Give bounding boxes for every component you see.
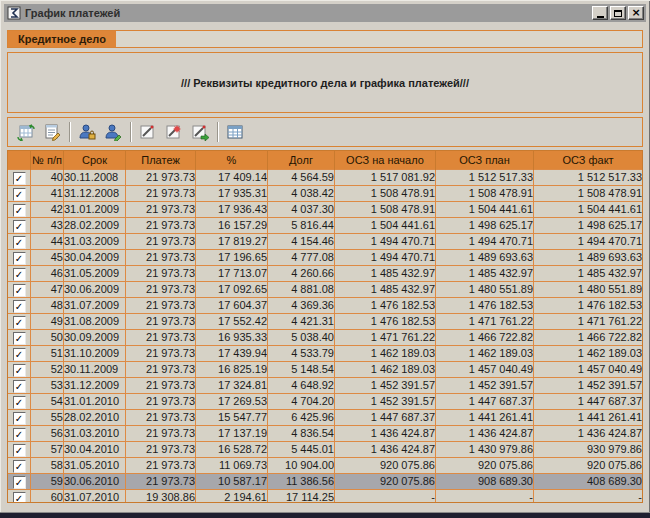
table-row[interactable]: ✓5730.04.201021 973.7316 528.725 445.011…	[8, 442, 642, 458]
cell-payment: 21 973.73	[126, 314, 196, 330]
table-row[interactable]: ✓4328.02.200921 973.7316 157.295 816.441…	[8, 218, 642, 234]
cell-date: 30.06.2010	[64, 474, 126, 490]
user-lock-button[interactable]	[74, 120, 100, 144]
row-checkbox[interactable]: ✓	[13, 492, 26, 503]
cell-osz_start: 1 471 761.22	[335, 330, 436, 346]
column-header-payment[interactable]: Платеж	[126, 151, 196, 170]
table-row[interactable]: ✓4631.05.200921 973.7317 713.074 260.661…	[8, 266, 642, 282]
document-edit-icon	[43, 123, 61, 141]
table-grid-button[interactable]	[222, 120, 248, 144]
cell-percent: 16 528.72	[196, 442, 268, 458]
cell-percent: 11 069.73	[196, 458, 268, 474]
table-row[interactable]: ✓5431.01.201021 973.7317 269.534 704.201…	[8, 394, 642, 410]
maximize-button[interactable]	[610, 6, 626, 20]
row-checkbox[interactable]: ✓	[13, 316, 26, 329]
cell-payment: 21 973.73	[126, 186, 196, 202]
row-checkbox[interactable]: ✓	[13, 284, 26, 297]
row-checkbox[interactable]: ✓	[13, 268, 26, 281]
cell-osz_plan: 1 512 517.33	[436, 170, 534, 186]
cell-debt: 4 260.66	[268, 266, 335, 282]
user-edit-icon	[104, 123, 122, 141]
table-row[interactable]: ✓4431.03.200921 973.7317 819.274 154.461…	[8, 234, 642, 250]
table-row[interactable]: ✓4730.06.200921 973.7317 092.654 881.081…	[8, 282, 642, 298]
wand-remove-icon	[165, 123, 183, 141]
cell-osz_start: 920 075.86	[335, 458, 436, 474]
table-row[interactable]: ✓4231.01.200921 973.7317 936.434 037.301…	[8, 202, 642, 218]
cell-date: 28.02.2009	[64, 218, 126, 234]
column-header-osz_fact[interactable]: ОСЗ факт	[534, 151, 643, 170]
table-refresh-button[interactable]	[13, 120, 39, 144]
cell-payment: 21 973.73	[126, 202, 196, 218]
cell-osz_start: 1 447 687.37	[335, 410, 436, 426]
row-checkbox[interactable]: ✓	[13, 172, 26, 185]
table-row[interactable]: ✓4831.07.200921 973.7317 604.374 369.361…	[8, 298, 642, 314]
row-checkbox[interactable]: ✓	[13, 236, 26, 249]
cell-payment: 21 973.73	[126, 426, 196, 442]
cell-osz_plan: 908 689.30	[436, 474, 534, 490]
cell-osz_fact: 1 476 182.53	[534, 298, 643, 314]
cell-payment: 21 973.73	[126, 282, 196, 298]
row-checkbox[interactable]: ✓	[13, 252, 26, 265]
row-checkbox[interactable]: ✓	[13, 188, 26, 201]
table-row[interactable]: ✓4931.08.200921 973.7317 552.424 421.311…	[8, 314, 642, 330]
row-checkbox[interactable]: ✓	[13, 444, 26, 457]
row-checkbox[interactable]: ✓	[13, 300, 26, 313]
cell-osz_start: 1 476 182.53	[335, 298, 436, 314]
close-button[interactable]: ×	[628, 6, 644, 20]
wand-remove-button[interactable]	[161, 120, 187, 144]
wand-button[interactable]	[135, 120, 161, 144]
table-row[interactable]: ✓5131.10.200921 973.7317 439.944 533.791…	[8, 346, 642, 362]
cell-payment: 21 973.73	[126, 378, 196, 394]
cell-osz_start: 1 517 081.92	[335, 170, 436, 186]
row-checkbox[interactable]: ✓	[13, 220, 26, 233]
wand-apply-button[interactable]	[187, 120, 213, 144]
cell-osz_plan: 1 457 040.49	[436, 362, 534, 378]
cell-debt: 11 386.56	[268, 474, 335, 490]
row-checkbox[interactable]: ✓	[13, 364, 26, 377]
table-row[interactable]: ✓5631.03.201021 973.7317 137.194 836.541…	[8, 426, 642, 442]
row-checkbox[interactable]: ✓	[13, 332, 26, 345]
cell-date: 31.07.2010	[64, 490, 126, 504]
column-header-debt[interactable]: Долг	[268, 151, 335, 170]
row-checkbox[interactable]: ✓	[13, 460, 26, 473]
row-checkbox[interactable]: ✓	[13, 348, 26, 361]
table-row[interactable]: ✓4530.04.200921 973.7317 196.654 777.081…	[8, 250, 642, 266]
column-header-osz_start[interactable]: ОСЗ на начало	[335, 151, 436, 170]
row-checkbox[interactable]: ✓	[13, 428, 26, 441]
column-header-percent[interactable]: %	[196, 151, 268, 170]
row-checkbox[interactable]: ✓	[13, 412, 26, 425]
cell-osz_plan: 1 489 693.63	[436, 250, 534, 266]
table-row[interactable]: ✓4030.11.200821 973.7317 409.144 564.591…	[8, 170, 642, 186]
table-row[interactable]: ✓5331.12.200921 973.7317 324.814 648.921…	[8, 378, 642, 394]
row-checkbox[interactable]: ✓	[13, 396, 26, 409]
column-header-osz_plan[interactable]: ОСЗ план	[436, 151, 534, 170]
minimize-button[interactable]	[592, 6, 608, 20]
table-row[interactable]: ✓4131.12.200821 973.7317 935.314 038.421…	[8, 186, 642, 202]
table-row[interactable]: ✓5930.06.201021 973.7310 587.1711 386.56…	[8, 474, 642, 490]
table-row[interactable]: ✓5030.09.200921 973.7316 935.335 038.401…	[8, 330, 642, 346]
row-checkbox[interactable]: ✓	[13, 204, 26, 217]
titlebar[interactable]: График платежей ×	[4, 4, 646, 22]
table-row[interactable]: ✓5528.02.201021 973.7315 547.776 425.961…	[8, 410, 642, 426]
document-edit-button[interactable]	[39, 120, 65, 144]
row-checkbox[interactable]: ✓	[13, 380, 26, 393]
cell-osz_start: 1 436 424.87	[335, 442, 436, 458]
cell-osz_plan: 1 471 761.22	[436, 314, 534, 330]
payments-table: № п/пСрокПлатеж%ДолгОСЗ на началоОСЗ пла…	[7, 150, 643, 503]
cell-osz_fact: 1 512 517.33	[534, 170, 643, 186]
table-row[interactable]: ✓6031.07.201019 308.862 194.6117 114.25-…	[8, 490, 642, 504]
column-header-date[interactable]: Срок	[64, 151, 126, 170]
row-checkbox[interactable]: ✓	[13, 476, 26, 489]
cell-num: 59	[31, 474, 64, 490]
table-row[interactable]: ✓5831.05.201021 973.7311 069.7310 904.00…	[8, 458, 642, 474]
cell-payment: 21 973.73	[126, 410, 196, 426]
table-row[interactable]: ✓5230.11.200921 973.7316 825.195 148.541…	[8, 362, 642, 378]
cell-date: 31.08.2009	[64, 314, 126, 330]
cell-osz_plan: 1 430 979.86	[436, 442, 534, 458]
table-body: ✓4030.11.200821 973.7317 409.144 564.591…	[8, 170, 642, 504]
column-header-num[interactable]: № п/п	[31, 151, 64, 170]
cell-percent: 17 439.94	[196, 346, 268, 362]
user-edit-button[interactable]	[100, 120, 126, 144]
tab-credit-case[interactable]: Кредитное дело	[8, 31, 116, 47]
cell-osz_fact: 1 441 261.41	[534, 410, 643, 426]
